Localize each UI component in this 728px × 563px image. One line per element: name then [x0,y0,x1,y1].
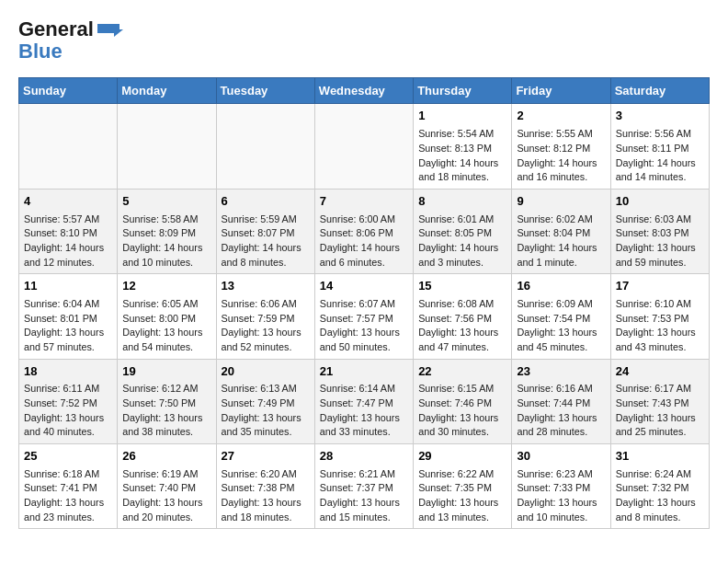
header-day-saturday: Saturday [610,78,709,104]
calendar-cell: 19Sunrise: 6:12 AM Sunset: 7:50 PM Dayli… [118,359,216,443]
day-number: 7 [320,193,408,211]
day-number: 27 [222,448,310,465]
calendar-cell [118,104,216,189]
calendar-cell: 24Sunrise: 6:17 AM Sunset: 7:43 PM Dayli… [610,359,709,443]
day-number: 8 [418,193,506,211]
day-number: 21 [320,363,408,381]
day-info: Sunrise: 6:18 AM Sunset: 7:41 PM Dayligh… [24,467,112,525]
calendar-cell: 8Sunrise: 6:01 AM Sunset: 8:05 PM Daylig… [414,189,512,273]
day-number: 23 [517,363,605,381]
calendar-cell: 28Sunrise: 6:21 AM Sunset: 7:37 PM Dayli… [314,444,413,529]
day-number: 24 [616,363,704,381]
day-info: Sunrise: 6:02 AM Sunset: 8:04 PM Dayligh… [517,213,605,270]
calendar-cell: 7Sunrise: 6:00 AM Sunset: 8:06 PM Daylig… [314,189,413,273]
day-info: Sunrise: 6:01 AM Sunset: 8:05 PM Dayligh… [418,213,506,270]
header-day-thursday: Thursday [414,78,512,104]
day-info: Sunrise: 6:21 AM Sunset: 7:37 PM Dayligh… [320,467,408,525]
day-info: Sunrise: 6:04 AM Sunset: 8:01 PM Dayligh… [24,297,112,355]
week-row-4: 18Sunrise: 6:11 AM Sunset: 7:52 PM Dayli… [19,359,710,443]
calendar-cell: 11Sunrise: 6:04 AM Sunset: 8:01 PM Dayli… [19,274,118,359]
day-number: 18 [24,363,112,381]
page-header: General Blue [18,18,710,63]
calendar-cell: 14Sunrise: 6:07 AM Sunset: 7:57 PM Dayli… [314,274,413,359]
day-number: 10 [616,193,704,211]
day-number: 1 [418,108,506,125]
logo-blue-text: Blue [18,40,63,63]
calendar-cell: 6Sunrise: 5:59 AM Sunset: 8:07 PM Daylig… [216,189,314,273]
day-number: 25 [24,448,112,465]
day-number: 13 [222,278,310,295]
day-info: Sunrise: 5:54 AM Sunset: 8:13 PM Dayligh… [418,127,506,185]
day-number: 11 [24,278,112,295]
calendar-cell [216,104,314,189]
calendar-cell: 17Sunrise: 6:10 AM Sunset: 7:53 PM Dayli… [610,274,709,359]
day-info: Sunrise: 6:24 AM Sunset: 7:32 PM Dayligh… [616,467,704,525]
calendar-cell: 16Sunrise: 6:09 AM Sunset: 7:54 PM Dayli… [512,274,610,359]
day-info: Sunrise: 6:13 AM Sunset: 7:49 PM Dayligh… [222,382,310,440]
calendar-cell: 5Sunrise: 5:58 AM Sunset: 8:09 PM Daylig… [118,189,216,273]
day-info: Sunrise: 6:19 AM Sunset: 7:40 PM Dayligh… [122,467,210,525]
day-info: Sunrise: 6:17 AM Sunset: 7:43 PM Dayligh… [616,382,704,440]
calendar-table: SundayMondayTuesdayWednesdayThursdayFrid… [18,77,710,529]
logo-arrow-icon [94,20,123,39]
day-info: Sunrise: 6:06 AM Sunset: 7:59 PM Dayligh… [222,297,310,355]
header-day-tuesday: Tuesday [216,78,314,104]
calendar-cell: 25Sunrise: 6:18 AM Sunset: 7:41 PM Dayli… [19,444,118,529]
calendar-cell: 27Sunrise: 6:20 AM Sunset: 7:38 PM Dayli… [216,444,314,529]
calendar-cell: 29Sunrise: 6:22 AM Sunset: 7:35 PM Dayli… [414,444,512,529]
calendar-cell: 13Sunrise: 6:06 AM Sunset: 7:59 PM Dayli… [216,274,314,359]
day-info: Sunrise: 6:20 AM Sunset: 7:38 PM Dayligh… [222,467,310,525]
calendar-cell [19,104,118,189]
calendar-cell: 15Sunrise: 6:08 AM Sunset: 7:56 PM Dayli… [414,274,512,359]
day-number: 14 [320,278,408,295]
header-day-sunday: Sunday [19,78,118,104]
calendar-cell: 22Sunrise: 6:15 AM Sunset: 7:46 PM Dayli… [414,359,512,443]
day-info: Sunrise: 6:07 AM Sunset: 7:57 PM Dayligh… [320,297,408,355]
day-info: Sunrise: 6:23 AM Sunset: 7:33 PM Dayligh… [517,467,605,525]
day-number: 30 [517,448,605,465]
day-number: 2 [517,108,605,125]
week-row-1: 1Sunrise: 5:54 AM Sunset: 8:13 PM Daylig… [19,104,710,189]
day-number: 19 [122,363,210,381]
logo: General Blue [18,18,123,63]
calendar-cell: 10Sunrise: 6:03 AM Sunset: 8:03 PM Dayli… [610,189,709,273]
day-number: 5 [122,193,210,211]
calendar-cell: 26Sunrise: 6:19 AM Sunset: 7:40 PM Dayli… [118,444,216,529]
day-info: Sunrise: 6:08 AM Sunset: 7:56 PM Dayligh… [418,297,506,355]
week-row-2: 4Sunrise: 5:57 AM Sunset: 8:10 PM Daylig… [19,189,710,273]
header-day-friday: Friday [512,78,610,104]
day-number: 22 [418,363,506,381]
header-day-monday: Monday [118,78,216,104]
week-row-3: 11Sunrise: 6:04 AM Sunset: 8:01 PM Dayli… [19,274,710,359]
day-info: Sunrise: 6:14 AM Sunset: 7:47 PM Dayligh… [320,382,408,440]
calendar-cell: 1Sunrise: 5:54 AM Sunset: 8:13 PM Daylig… [414,104,512,189]
calendar-cell: 21Sunrise: 6:14 AM Sunset: 7:47 PM Dayli… [314,359,413,443]
logo-text: General [18,18,94,40]
calendar-cell: 20Sunrise: 6:13 AM Sunset: 7:49 PM Dayli… [216,359,314,443]
day-number: 9 [517,193,605,211]
calendar-cell: 2Sunrise: 5:55 AM Sunset: 8:12 PM Daylig… [512,104,610,189]
day-number: 12 [122,278,210,295]
day-number: 6 [222,193,310,211]
header-row: SundayMondayTuesdayWednesdayThursdayFrid… [19,78,710,104]
day-number: 16 [517,278,605,295]
calendar-cell: 3Sunrise: 5:56 AM Sunset: 8:11 PM Daylig… [610,104,709,189]
week-row-5: 25Sunrise: 6:18 AM Sunset: 7:41 PM Dayli… [19,444,710,529]
day-number: 17 [616,278,704,295]
day-info: Sunrise: 6:12 AM Sunset: 7:50 PM Dayligh… [122,382,210,440]
day-info: Sunrise: 6:10 AM Sunset: 7:53 PM Dayligh… [616,297,704,355]
calendar-cell: 12Sunrise: 6:05 AM Sunset: 8:00 PM Dayli… [118,274,216,359]
day-info: Sunrise: 5:59 AM Sunset: 8:07 PM Dayligh… [222,213,310,270]
calendar-cell: 23Sunrise: 6:16 AM Sunset: 7:44 PM Dayli… [512,359,610,443]
calendar-cell: 31Sunrise: 6:24 AM Sunset: 7:32 PM Dayli… [610,444,709,529]
day-info: Sunrise: 5:56 AM Sunset: 8:11 PM Dayligh… [616,127,704,185]
svg-marker-0 [97,24,123,37]
day-number: 4 [24,193,112,211]
calendar-cell [314,104,413,189]
calendar-cell: 9Sunrise: 6:02 AM Sunset: 8:04 PM Daylig… [512,189,610,273]
calendar-cell: 4Sunrise: 5:57 AM Sunset: 8:10 PM Daylig… [19,189,118,273]
day-number: 15 [418,278,506,295]
day-number: 20 [222,363,310,381]
day-info: Sunrise: 6:16 AM Sunset: 7:44 PM Dayligh… [517,382,605,440]
day-info: Sunrise: 6:22 AM Sunset: 7:35 PM Dayligh… [418,467,506,525]
